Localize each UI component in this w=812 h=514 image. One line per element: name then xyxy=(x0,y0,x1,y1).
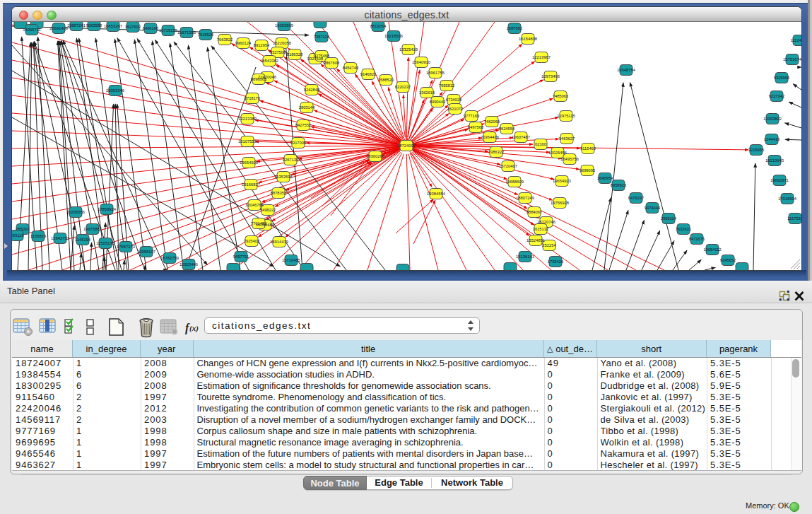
svg-text:17957273: 17957273 xyxy=(117,245,135,249)
svg-text:15524851: 15524851 xyxy=(526,238,545,243)
svg-text:8220237: 8220237 xyxy=(395,85,411,89)
svg-text:3215955: 3215955 xyxy=(748,148,765,152)
svg-text:18300295: 18300295 xyxy=(366,154,384,158)
svg-text:1145194: 1145194 xyxy=(75,238,91,242)
svg-text:2718176: 2718176 xyxy=(245,96,261,100)
svg-text:1588520: 1588520 xyxy=(378,78,394,82)
svg-text:1621072: 1621072 xyxy=(447,107,464,111)
svg-text:8454749: 8454749 xyxy=(343,66,359,70)
svg-text:6479197: 6479197 xyxy=(628,196,645,200)
svg-text:19975887: 19975887 xyxy=(83,227,102,231)
svg-text:16648784: 16648784 xyxy=(617,68,636,72)
svg-text:15226058: 15226058 xyxy=(273,41,291,45)
svg-text:1733426: 1733426 xyxy=(548,259,564,264)
svg-text:6497568: 6497568 xyxy=(468,125,484,129)
svg-text:8471676: 8471676 xyxy=(689,237,705,241)
svg-text:20691406: 20691406 xyxy=(49,26,68,30)
svg-text:7357224: 7357224 xyxy=(314,35,330,39)
svg-text:12923446: 12923446 xyxy=(180,262,198,267)
svg-text:10107553: 10107553 xyxy=(238,139,257,144)
svg-text:13325419: 13325419 xyxy=(399,47,418,52)
svg-text:9960124: 9960124 xyxy=(235,41,252,45)
svg-text:15136141: 15136141 xyxy=(516,255,534,259)
svg-text:15751074: 15751074 xyxy=(783,57,801,62)
svg-text:7462066: 7462066 xyxy=(484,119,500,124)
svg-text:11124503: 11124503 xyxy=(791,38,801,42)
svg-text:17859924: 17859924 xyxy=(98,207,117,211)
svg-text:8878352: 8878352 xyxy=(271,191,287,195)
svg-text:10973493: 10973493 xyxy=(541,74,560,78)
svg-text:9474444: 9474444 xyxy=(645,206,661,210)
svg-text:1527602: 1527602 xyxy=(125,25,141,29)
svg-text:16961755: 16961755 xyxy=(426,71,445,75)
svg-text:16210643: 16210643 xyxy=(765,158,784,163)
svg-text:9242848: 9242848 xyxy=(304,88,320,92)
svg-text:9115460: 9115460 xyxy=(580,146,596,151)
svg-text:12093822: 12093822 xyxy=(763,117,782,121)
svg-text:16543382: 16543382 xyxy=(260,59,278,63)
svg-text:15720407: 15720407 xyxy=(499,164,517,168)
svg-text:8990443: 8990443 xyxy=(430,100,446,104)
svg-text:20053346: 20053346 xyxy=(106,88,124,93)
svg-text:18807249: 18807249 xyxy=(516,196,534,200)
svg-text:2935114: 2935114 xyxy=(661,216,677,221)
svg-text:8958923: 8958923 xyxy=(611,183,627,187)
svg-text:15640910: 15640910 xyxy=(412,60,430,64)
svg-text:12942757: 12942757 xyxy=(51,236,69,240)
svg-text:10025456: 10025456 xyxy=(548,151,567,155)
svg-text:8813054: 8813054 xyxy=(370,24,387,28)
svg-text:9699695: 9699695 xyxy=(579,168,596,173)
svg-text:2087682: 2087682 xyxy=(507,26,523,30)
svg-text:8427552: 8427552 xyxy=(295,123,312,127)
svg-text:10653267: 10653267 xyxy=(104,24,122,28)
svg-text:2803144: 2803144 xyxy=(299,105,315,110)
svg-text:11353594: 11353594 xyxy=(274,175,293,179)
svg-text:9884067: 9884067 xyxy=(526,210,543,214)
svg-text:16154808: 16154808 xyxy=(519,37,537,41)
svg-text:7485063: 7485063 xyxy=(553,94,569,98)
svg-text:7515526: 7515526 xyxy=(198,33,214,37)
svg-text:7632621: 7632621 xyxy=(676,227,692,231)
svg-text:19692971: 19692971 xyxy=(770,178,789,182)
svg-text:18724007: 18724007 xyxy=(397,144,416,148)
svg-text:9146821: 9146821 xyxy=(360,72,377,76)
svg-text:1167533: 1167533 xyxy=(787,216,801,221)
svg-text:16671355: 16671355 xyxy=(177,30,196,35)
svg-text:1640954: 1640954 xyxy=(597,176,613,180)
svg-text:1244419: 1244419 xyxy=(764,137,780,141)
svg-text:16120746: 16120746 xyxy=(537,220,555,224)
svg-text:7386322: 7386322 xyxy=(488,150,505,154)
svg-text:3624554: 3624554 xyxy=(499,127,515,131)
svg-text:6734028: 6734028 xyxy=(446,98,462,102)
svg-text:16495756: 16495756 xyxy=(560,157,579,161)
svg-text:14055711: 14055711 xyxy=(23,28,40,32)
svg-text:19654923: 19654923 xyxy=(553,179,571,183)
svg-text:1615132: 1615132 xyxy=(533,227,549,231)
svg-text:7925402: 7925402 xyxy=(244,239,260,243)
svg-text:9896065: 9896065 xyxy=(251,77,267,81)
svg-text:9329996: 9329996 xyxy=(774,76,790,80)
svg-text:9227342: 9227342 xyxy=(769,94,785,98)
svg-text:1156829: 1156829 xyxy=(30,234,46,238)
svg-text:12213389: 12213389 xyxy=(238,117,257,121)
svg-text:9275468: 9275468 xyxy=(314,54,330,58)
svg-text:10688609: 10688609 xyxy=(505,180,524,184)
svg-text:16914479: 16914479 xyxy=(270,240,288,244)
svg-text:15716485: 15716485 xyxy=(282,258,300,262)
svg-text:10654112: 10654112 xyxy=(703,247,721,252)
svg-text:7701482: 7701482 xyxy=(251,221,267,226)
svg-text:6466160: 6466160 xyxy=(143,26,159,30)
svg-text:8186328: 8186328 xyxy=(287,52,303,57)
svg-text:9317006: 9317006 xyxy=(290,141,307,145)
svg-text:19654925: 19654925 xyxy=(240,160,258,165)
svg-text:10958107: 10958107 xyxy=(137,250,155,254)
svg-text:785001: 785001 xyxy=(16,227,29,231)
svg-text:2867608: 2867608 xyxy=(324,61,340,65)
svg-text:20206556: 20206556 xyxy=(66,210,85,214)
svg-text:20364436: 20364436 xyxy=(481,135,499,139)
svg-text:12975115: 12975115 xyxy=(557,114,575,118)
svg-text:16053809: 16053809 xyxy=(275,23,293,28)
svg-text:10607487: 10607487 xyxy=(512,135,530,139)
svg-text:(x): (x) xyxy=(189,324,199,333)
svg-text:17016504: 17016504 xyxy=(778,197,797,201)
